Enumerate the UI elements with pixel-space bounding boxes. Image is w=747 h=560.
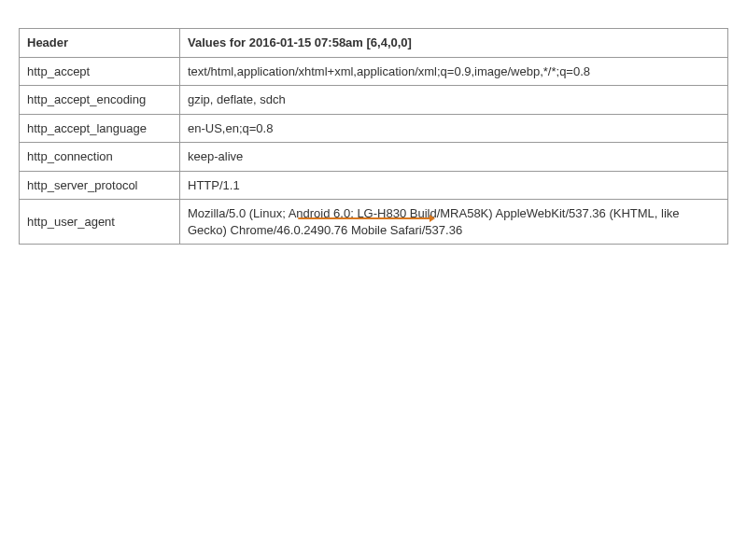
row-value: en-US,en;q=0.8 xyxy=(180,114,728,143)
row-value: HTTP/1.1 xyxy=(180,171,728,200)
table-row: http_server_protocol HTTP/1.1 xyxy=(20,171,728,200)
table-row: http_accept_language en-US,en;q=0.8 xyxy=(20,114,728,143)
table-row: http_accept text/html,application/xhtml+… xyxy=(20,57,728,86)
row-value: keep-alive xyxy=(180,143,728,172)
table-row: http_accept_encoding gzip, deflate, sdch xyxy=(20,86,728,115)
headers-table-container: Header Values for 2016-01-15 07:58am [6,… xyxy=(19,28,728,245)
row-name: http_accept_encoding xyxy=(20,86,180,115)
col-header-name: Header xyxy=(20,29,180,58)
col-header-values: Values for 2016-01-15 07:58am [6,4,0,0] xyxy=(180,29,728,58)
headers-table: Header Values for 2016-01-15 07:58am [6,… xyxy=(19,28,728,245)
underline-annotation-icon xyxy=(298,217,433,219)
row-name: http_accept_language xyxy=(20,114,180,143)
row-name: http_connection xyxy=(20,143,180,172)
row-value-user-agent: Mozilla/5.0 (Linux; Android 6.0; LG-H830… xyxy=(180,200,728,245)
row-name: http_user_agent xyxy=(20,200,180,245)
row-value: text/html,application/xhtml+xml,applicat… xyxy=(180,57,728,86)
row-name: http_server_protocol xyxy=(20,171,180,200)
table-row: http_user_agent Mozilla/5.0 (Linux; Andr… xyxy=(20,200,728,245)
row-value: gzip, deflate, sdch xyxy=(180,86,728,115)
row-name: http_accept xyxy=(20,57,180,86)
table-row: http_connection keep-alive xyxy=(20,143,728,172)
table-header-row: Header Values for 2016-01-15 07:58am [6,… xyxy=(20,29,728,58)
